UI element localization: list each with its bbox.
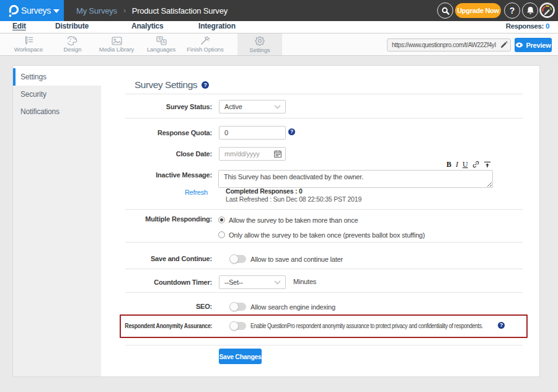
sidebar-item-security[interactable]: Security [13, 86, 101, 103]
completed-responses-text: Completed Responses : 0 [226, 187, 303, 195]
radio-label: Only allow the survey to be taken once (… [229, 231, 425, 239]
quota-help-icon[interactable]: ? [288, 128, 295, 135]
insert-image-button[interactable] [484, 161, 491, 168]
save-and-continue-toggle[interactable] [230, 255, 246, 263]
help-button[interactable]: ? [504, 2, 520, 19]
close-date-input[interactable] [219, 147, 286, 161]
edit-url-pencil-icon[interactable] [500, 41, 508, 48]
underline-button[interactable]: U [463, 161, 468, 169]
search-icon [441, 7, 450, 15]
survey-url-input[interactable] [387, 38, 511, 51]
save-and-continue-toggle-label: Allow to save and continue later [250, 255, 343, 264]
response-quota-label: Response Quota: [157, 128, 212, 137]
toolbar-label-finish-options: Finish Options [187, 46, 223, 53]
sidebar: Security Notifications [13, 86, 101, 376]
product-switcher[interactable]: Surveys [0, 0, 64, 21]
breadcrumb: My Surveys › Product Satisfaction Survey [76, 0, 228, 21]
toggle-knob [229, 302, 239, 311]
toolbar-item-workspace[interactable]: Workspace [6, 33, 51, 55]
brand-product-name: Surveys [21, 0, 51, 21]
sidebar-item-settings[interactable]: Settings [13, 68, 101, 86]
format-toolbar: B I U [446, 160, 491, 169]
workspace-icon [24, 36, 34, 45]
survey-status-select[interactable]: Active [219, 100, 286, 114]
seo-toggle[interactable] [230, 303, 246, 311]
seo-label: SEO: [196, 302, 212, 311]
responses-count[interactable]: Responses:0 [506, 21, 549, 33]
toolbar-item-design[interactable]: Design [50, 33, 95, 55]
tab-analytics[interactable]: Analytics [131, 21, 164, 33]
respondent-anonymity-toggle[interactable] [230, 322, 246, 330]
toggle-knob [229, 254, 239, 264]
toolbar-item-settings[interactable]: Settings [237, 33, 282, 55]
chevron-down-icon [274, 280, 281, 285]
radio-unselected[interactable] [218, 231, 225, 238]
questionpro-logo-icon [8, 4, 19, 17]
design-icon [68, 36, 78, 45]
toolbar-label-design: Design [64, 46, 82, 53]
radio-selected[interactable] [218, 216, 225, 223]
toolbar-label-settings: Settings [249, 47, 270, 53]
media-library-icon [112, 37, 122, 45]
upgrade-now-button[interactable]: Upgrade Now [455, 3, 501, 18]
notifications-button[interactable] [522, 2, 538, 19]
divider [125, 269, 523, 269]
toolbar-item-languages[interactable]: 文A Languages [139, 33, 184, 55]
bell-icon [526, 6, 534, 15]
respondent-anonymity-label: Respondent Anonymity Assurance: [125, 321, 212, 330]
last-refreshed-text: Last Refreshed : Sun Dec 08 22:50:35 PST… [226, 195, 361, 203]
link-button[interactable] [472, 161, 479, 168]
countdown-timer-select[interactable]: --Set-- [219, 275, 286, 289]
avatar-pencil-icon [540, 2, 554, 18]
tab-integration[interactable]: Integration [198, 21, 236, 33]
minutes-suffix: Minutes [293, 278, 316, 285]
inactive-message-label: Inactive Message: [156, 171, 212, 179]
seo-toggle-label: Allow search engine indexing [250, 303, 335, 311]
tab-edit[interactable]: Edit [12, 21, 26, 33]
finish-options-icon [200, 36, 210, 45]
responses-label: Responses: [506, 22, 544, 30]
account-avatar[interactable] [539, 2, 555, 18]
toolbar-item-finish-options[interactable]: Finish Options [183, 33, 228, 55]
respondent-anonymity-text: Enable QuestionPro respondent anonymity … [250, 321, 483, 330]
breadcrumb-separator-icon: › [123, 6, 126, 15]
toolbar-item-media-library[interactable]: Media Library [94, 33, 139, 55]
divider [125, 345, 523, 345]
multiple-responding-option-2: Only allow the survey to be taken once (… [218, 231, 425, 239]
chevron-down-icon [53, 9, 60, 13]
help-icon: ? [510, 6, 515, 16]
survey-status-label: Survey Status: [166, 102, 212, 111]
settings-gear-icon [255, 36, 265, 46]
preview-button[interactable]: Preview [515, 38, 552, 52]
page-title: Survey Settings [135, 79, 197, 91]
multiple-responding-option-1: Allow the survey to be taken more than o… [218, 216, 358, 224]
multiple-responding-label: Multiple Responding: [145, 215, 212, 223]
bold-button[interactable]: B [446, 161, 451, 169]
search-button[interactable] [437, 2, 453, 19]
anonymity-help-icon[interactable]: ? [498, 322, 505, 329]
svg-text:A: A [162, 40, 165, 44]
toggle-knob [229, 321, 239, 331]
breadcrumb-current-survey: Product Satisfaction Survey [132, 6, 228, 16]
italic-button[interactable]: I [456, 161, 458, 169]
survey-url-group [387, 38, 511, 51]
languages-icon: 文A [156, 36, 167, 45]
tab-distribute[interactable]: Distribute [55, 21, 89, 33]
eye-icon [515, 42, 523, 48]
survey-toolbar: Workspace Design Media Library 文A Langua… [0, 33, 558, 56]
title-help-icon[interactable]: ? [202, 81, 209, 89]
toolbar-label-media-library: Media Library [99, 46, 134, 53]
inactive-message-textarea[interactable] [218, 170, 493, 188]
divider [125, 94, 523, 94]
settings-panel: Security Notifications Settings Survey S… [12, 65, 540, 377]
divider [125, 209, 523, 210]
save-changes-button[interactable]: Save Changes [219, 349, 262, 364]
divider [125, 242, 523, 243]
toolbar-label-languages: Languages [147, 46, 175, 53]
response-quota-input[interactable] [219, 126, 286, 140]
save-and-continue-label: Save and Continue: [151, 254, 212, 263]
refresh-link[interactable]: Refresh [185, 189, 208, 196]
sidebar-item-notifications[interactable]: Notifications [13, 103, 101, 120]
breadcrumb-my-surveys[interactable]: My Surveys [76, 6, 117, 16]
questionpro-app: Surveys My Surveys › Product Satisfactio… [0, 0, 558, 392]
